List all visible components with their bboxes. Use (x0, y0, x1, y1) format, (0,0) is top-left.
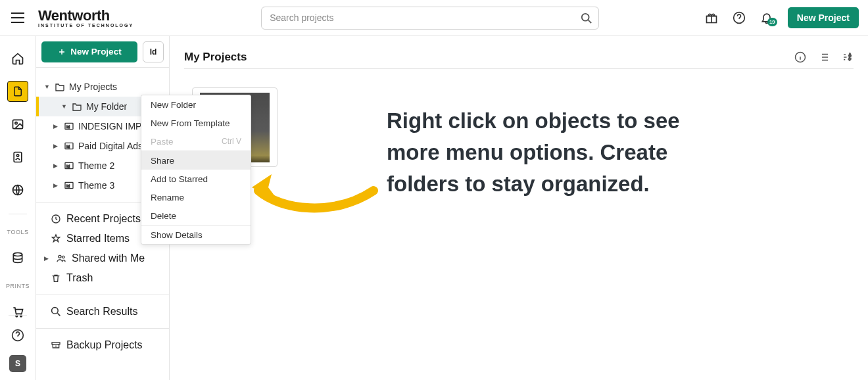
people-icon (56, 253, 66, 264)
tree-label: My Projects (69, 82, 117, 92)
main: TOOLS PRINTS S ＋ New Project Id ▼ (0, 36, 868, 380)
search-results[interactable]: Search Results (36, 302, 169, 321)
divider (9, 214, 27, 214)
search-icon[interactable] (578, 10, 595, 27)
cm-paste: Paste Ctrl V (141, 132, 251, 151)
brand-main: Wentworth (38, 9, 133, 23)
archive-icon (51, 340, 61, 350)
cm-delete[interactable]: Delete (141, 206, 251, 225)
caret-down-icon: ▼ (44, 83, 51, 90)
svg-text:Id: Id (66, 184, 70, 188)
cm-new-template[interactable]: New From Template (141, 114, 251, 132)
search-input[interactable] (261, 7, 599, 30)
trash-icon (51, 273, 61, 283)
id-folder-icon: Id (64, 122, 74, 131)
trash[interactable]: Trash (36, 268, 169, 288)
help-bottom-icon[interactable] (7, 325, 28, 346)
item-label: Backup Projects (66, 339, 143, 351)
topbar: Wentworth INSTITUTE OF TECHNOLOGY 19 New… (0, 0, 868, 36)
item-label: Shared with Me (72, 252, 145, 264)
data-icon[interactable] (7, 247, 28, 268)
svg-text:Id: Id (66, 125, 70, 129)
sort-icon[interactable]: AZ (842, 51, 854, 63)
tree-label: My Folder (86, 101, 127, 112)
list-icon[interactable] (818, 51, 830, 63)
id-folder-icon: Id (64, 181, 74, 190)
svg-rect-24 (52, 343, 60, 344)
context-menu: New Folder New From Template Paste Ctrl … (141, 95, 251, 245)
item-label: Recent Projects (66, 213, 141, 225)
item-label: Starred Items (66, 233, 130, 245)
projects-icon[interactable] (7, 81, 28, 102)
cm-rename[interactable]: Rename (141, 188, 251, 206)
sidebar-header: ＋ New Project Id (36, 36, 169, 68)
caret-down-icon: ▼ (61, 103, 68, 110)
gift-icon[interactable] (705, 11, 718, 24)
cm-paste-label: Paste (151, 137, 174, 147)
home-icon[interactable] (7, 48, 28, 69)
shared-with-me[interactable]: ▶ Shared with Me (36, 249, 169, 268)
item-label: Search Results (66, 306, 138, 318)
badge-icon[interactable] (7, 147, 28, 168)
star-icon (51, 233, 61, 244)
top-right: 19 New Project (705, 7, 859, 28)
sidebar-group-search: Search Results (36, 295, 169, 329)
svg-text:Id: Id (66, 164, 70, 168)
brand-sub: INSTITUTE OF TECHNOLOGY (38, 23, 133, 28)
info-icon[interactable] (794, 51, 806, 63)
content-header: My Projects AZ (184, 45, 854, 69)
divider (9, 315, 27, 316)
backup-projects[interactable]: Backup Projects (36, 335, 169, 355)
folder-icon (72, 102, 82, 111)
svg-point-21 (59, 255, 61, 258)
svg-point-0 (582, 13, 589, 20)
caret-right-icon: ▶ (53, 182, 60, 189)
sidebar-group-backup: Backup Projects (36, 329, 169, 362)
new-project-button[interactable]: ＋ New Project (41, 41, 137, 62)
annotation-arrow (242, 168, 380, 220)
svg-point-8 (13, 253, 22, 256)
svg-point-4 (15, 122, 17, 124)
notification-badge: 19 (767, 18, 777, 26)
svg-point-6 (16, 154, 18, 156)
caret-right-icon: ▶ (53, 162, 60, 169)
caret-right-icon: ▶ (53, 123, 60, 130)
bell-icon[interactable]: 19 (760, 11, 773, 24)
user-avatar[interactable]: S (9, 355, 26, 372)
help-icon[interactable] (733, 11, 746, 24)
brand-logo: Wentworth INSTITUTE OF TECHNOLOGY (38, 9, 133, 28)
content-header-icons: AZ (794, 51, 854, 63)
cm-show-details[interactable]: Show Details (141, 226, 251, 244)
cm-paste-shortcut: Ctrl V (222, 137, 241, 146)
tree-label: Theme 3 (78, 180, 114, 191)
annotation-text: Right click on objects to see more menu … (387, 105, 702, 200)
image-icon[interactable] (7, 114, 28, 135)
caret-right-icon: ▶ (44, 255, 51, 262)
item-label: Trash (66, 272, 93, 284)
search-icon (51, 306, 61, 317)
globe-icon[interactable] (7, 179, 28, 201)
plus-icon: ＋ (57, 46, 66, 58)
tools-label: TOOLS (7, 229, 29, 235)
cm-add-starred[interactable]: Add to Starred (141, 170, 251, 188)
prints-label: PRINTS (6, 283, 30, 289)
cm-new-folder[interactable]: New Folder (141, 95, 251, 114)
tree-label: Paid Digital Ads (78, 141, 143, 151)
tree-my-projects[interactable]: ▼ My Projects (36, 77, 166, 97)
new-project-button-top[interactable]: New Project (788, 7, 859, 28)
menu-icon[interactable] (7, 7, 29, 29)
iconbar: TOOLS PRINTS S (0, 36, 36, 380)
caret-right-icon: ▶ (53, 143, 60, 149)
tree-label: Theme 2 (78, 160, 114, 171)
cm-share[interactable]: Share (141, 151, 251, 170)
indesign-button[interactable]: Id (143, 41, 164, 62)
id-folder-icon: Id (64, 141, 74, 151)
page-title: My Projects (184, 51, 247, 64)
search-wrap (261, 7, 599, 30)
new-project-label: New Project (70, 47, 121, 57)
svg-text:Id: Id (66, 145, 70, 149)
clock-icon (51, 214, 61, 224)
svg-text:Z: Z (849, 55, 852, 59)
id-folder-icon: Id (64, 161, 74, 170)
svg-point-23 (52, 308, 59, 314)
